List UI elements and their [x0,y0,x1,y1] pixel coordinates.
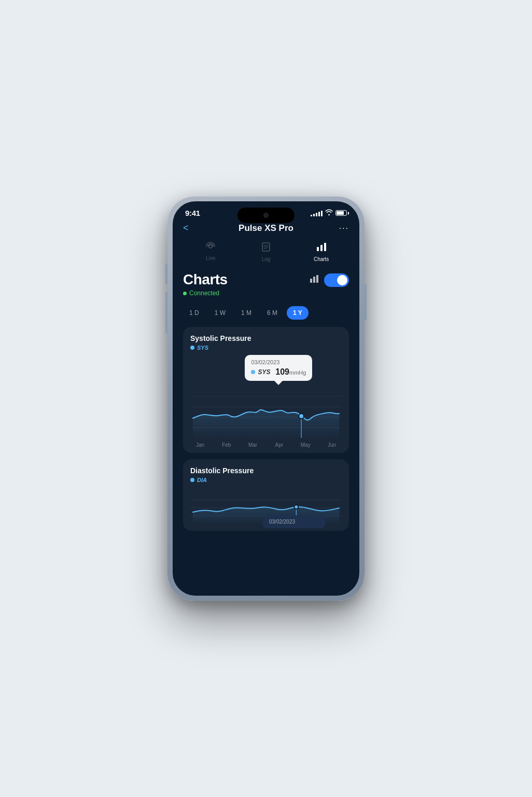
tab-charts-label: Charts [314,256,329,262]
log-icon [261,242,271,255]
phone-screen: 9:41 [173,201,359,596]
dia-legend-label: DIA [197,477,207,483]
systolic-legend: SYS [190,345,342,351]
toggle-knob [337,275,347,285]
connected-indicator [183,292,187,295]
signal-icon [311,210,323,216]
time-period-selector: 1 D 1 W 1 M 6 M 1 Y [183,306,349,320]
sys-legend-dot [190,346,194,350]
sys-legend-label: SYS [197,345,208,351]
page-title: Charts [183,271,228,288]
app-screen: < Pulse XS Pro ··· Live [173,221,359,589]
svg-rect-6 [320,245,323,251]
diastolic-tooltip: 03/02/2023 [263,515,325,528]
systolic-chart-card: Systolic Pressure SYS 03/02/2023 SYS [183,327,349,453]
svg-point-0 [209,245,212,248]
period-1d[interactable]: 1 D [183,306,205,320]
page-title-area: Charts Connected [183,271,228,297]
battery-icon [335,210,347,216]
sys-x-axis: Jan Feb Mar Apr May Jun [190,440,342,448]
svg-rect-7 [324,243,326,251]
connected-text: Connected [189,290,219,297]
dia-legend-dot [190,478,194,482]
toggle-area [310,273,349,287]
tooltip-label: SYS [258,368,270,376]
app-header: < Pulse XS Pro ··· [183,221,349,239]
dynamic-island [237,208,295,223]
page-header: Charts Connected [183,268,349,302]
tooltip-unit: mmHg [289,369,306,376]
period-1y[interactable]: 1 Y [287,306,309,320]
x-label-mar: Mar [245,442,261,448]
tooltip-arrow [274,381,283,385]
tab-bar: Live Log [183,239,349,268]
x-label-feb: Feb [219,442,234,448]
tab-log-label: Log [262,256,271,262]
diastolic-title: Diastolic Pressure [190,466,342,475]
camera [263,213,269,218]
systolic-chart-area[interactable]: 03/02/2023 SYS 109mmHg [190,355,342,448]
phone-frame: 9:41 [167,196,365,601]
tooltip-value: 109 [275,367,289,376]
period-1w[interactable]: 1 W [208,306,232,320]
back-button[interactable]: < [183,223,199,233]
svg-rect-9 [313,277,315,283]
systolic-svg [190,386,342,438]
charts-icon [316,242,327,255]
svg-rect-5 [317,247,319,251]
battery-fill [337,211,344,215]
tab-live[interactable]: Live [195,242,226,262]
systolic-tooltip: 03/02/2023 SYS 109mmHg [245,355,312,381]
diastolic-chart-area[interactable]: 03/02/2023 [190,487,342,526]
svg-point-21 [295,505,299,509]
view-toggle[interactable] [324,273,349,287]
connected-badge: Connected [183,290,228,297]
svg-point-16 [299,414,304,419]
tab-live-label: Live [206,255,215,261]
tooltip-dot [251,370,255,374]
x-label-jun: Jun [324,442,340,448]
live-icon [205,242,216,254]
svg-rect-10 [316,275,318,283]
wifi-icon [325,209,333,217]
bar-chart-icon [310,274,320,286]
period-6m[interactable]: 6 M [261,306,284,320]
period-1m[interactable]: 1 M [235,306,258,320]
status-time: 9:41 [185,209,200,217]
tab-log[interactable]: Log [250,242,282,262]
tooltip-date: 03/02/2023 [251,359,306,365]
diastolic-chart-card: Diastolic Pressure DIA [183,459,349,531]
page-title-header: Pulse XS Pro [239,223,293,233]
x-label-may: May [298,442,313,448]
x-label-jan: Jan [192,442,208,448]
svg-rect-8 [310,279,312,283]
status-icons [311,209,347,217]
tab-charts[interactable]: Charts [306,242,337,262]
dia-tooltip-date: 03/02/2023 [269,519,319,525]
x-label-apr: Apr [271,442,287,448]
more-button[interactable]: ··· [333,224,349,233]
systolic-title: Systolic Pressure [190,334,342,342]
tooltip-row: SYS 109mmHg [251,367,306,377]
diastolic-legend: DIA [190,477,342,483]
tooltip-value-area: 109mmHg [275,367,306,377]
tooltip-label-area: SYS [251,368,270,376]
